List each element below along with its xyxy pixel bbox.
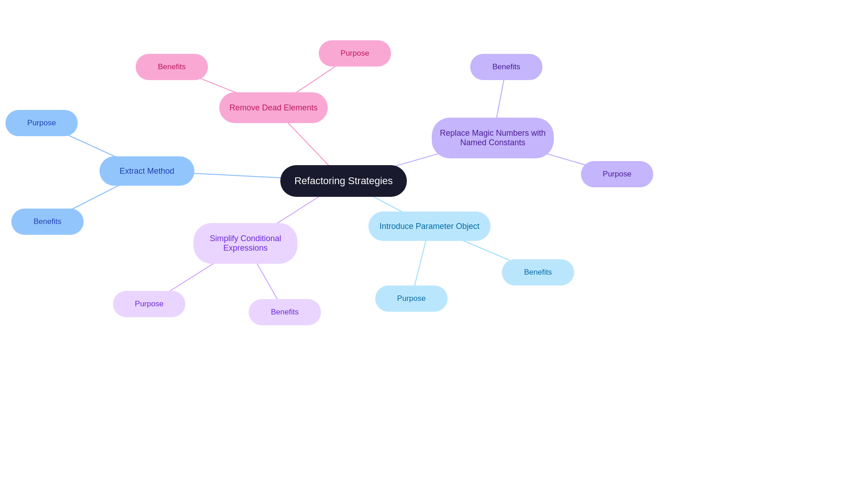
node-simplify[interactable]: Simplify Conditional Expressions	[193, 223, 297, 264]
center-node[interactable]: Refactoring Strategies	[280, 165, 407, 197]
node-intro-benefits[interactable]: Benefits	[502, 259, 574, 285]
node-intro-purpose[interactable]: Purpose	[375, 285, 448, 312]
node-simplify-benefits[interactable]: Benefits	[249, 299, 321, 325]
node-simplify-purpose[interactable]: Purpose	[113, 291, 185, 317]
node-remove-benefits[interactable]: Benefits	[136, 54, 208, 80]
node-extract-method[interactable]: Extract Method	[99, 157, 194, 186]
node-replace-purpose[interactable]: Purpose	[581, 161, 653, 187]
node-extract-benefits[interactable]: Benefits	[11, 209, 84, 235]
mindmap-canvas: Refactoring StrategiesRemove Dead Elemen…	[0, 0, 868, 490]
connection-lines	[0, 0, 868, 490]
node-replace-magic[interactable]: Replace Magic Numbers with Named Constan…	[432, 118, 554, 158]
node-remove-dead[interactable]: Remove Dead Elements	[219, 92, 328, 123]
node-extract-purpose[interactable]: Purpose	[5, 110, 78, 136]
node-remove-purpose[interactable]: Purpose	[319, 40, 391, 67]
node-intro-param[interactable]: Introduce Parameter Object	[368, 212, 491, 241]
node-replace-benefits[interactable]: Benefits	[470, 54, 542, 80]
